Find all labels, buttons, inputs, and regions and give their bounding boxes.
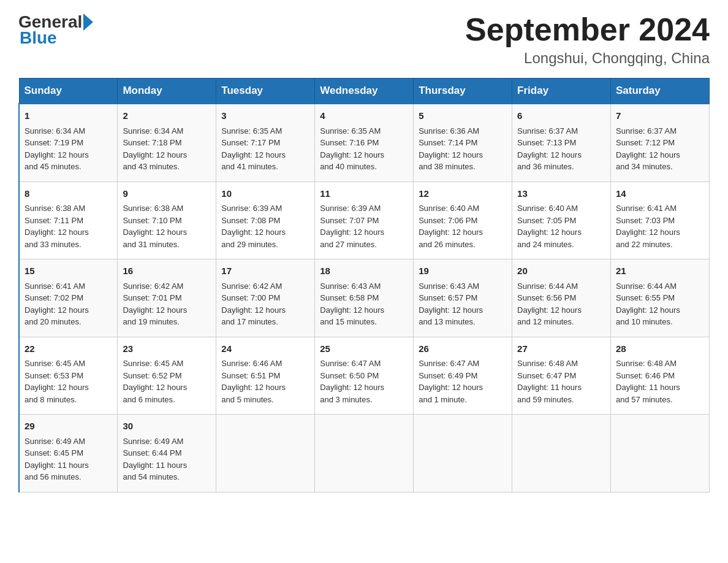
- calendar-cell: 11Sunrise: 6:39 AM Sunset: 7:07 PM Dayli…: [315, 182, 414, 259]
- day-info: Sunrise: 6:38 AM Sunset: 7:11 PM Dayligh…: [25, 202, 112, 250]
- day-number: 26: [419, 342, 507, 356]
- calendar-cell: 17Sunrise: 6:42 AM Sunset: 7:00 PM Dayli…: [216, 259, 315, 337]
- day-number: 29: [25, 419, 112, 434]
- day-info: Sunrise: 6:46 AM Sunset: 6:51 PM Dayligh…: [221, 358, 309, 405]
- day-info: Sunrise: 6:49 AM Sunset: 6:44 PM Dayligh…: [123, 435, 211, 483]
- day-number: 4: [320, 109, 408, 123]
- calendar-cell: 24Sunrise: 6:46 AM Sunset: 6:51 PM Dayli…: [216, 337, 315, 415]
- day-number: 16: [123, 264, 211, 278]
- day-number: 6: [517, 109, 605, 123]
- calendar-table: SundayMondayTuesdayWednesdayThursdayFrid…: [18, 78, 710, 492]
- calendar-cell: 7Sunrise: 6:37 AM Sunset: 7:12 PM Daylig…: [611, 104, 710, 182]
- day-number: 15: [25, 264, 112, 278]
- day-info: Sunrise: 6:39 AM Sunset: 7:08 PM Dayligh…: [221, 202, 309, 250]
- calendar-cell: 30Sunrise: 6:49 AM Sunset: 6:44 PM Dayli…: [118, 415, 216, 492]
- day-info: Sunrise: 6:44 AM Sunset: 6:56 PM Dayligh…: [517, 280, 605, 328]
- day-number: 24: [221, 342, 309, 356]
- day-number: 8: [25, 187, 112, 201]
- day-info: Sunrise: 6:37 AM Sunset: 7:12 PM Dayligh…: [616, 125, 704, 173]
- calendar-week-5: 29Sunrise: 6:49 AM Sunset: 6:45 PM Dayli…: [19, 415, 710, 492]
- calendar-cell: 27Sunrise: 6:48 AM Sunset: 6:47 PM Dayli…: [512, 337, 611, 415]
- day-number: 17: [221, 264, 309, 278]
- day-info: Sunrise: 6:42 AM Sunset: 7:01 PM Dayligh…: [123, 280, 211, 328]
- location-text: Longshui, Chongqing, China: [465, 50, 710, 67]
- calendar-cell: [512, 415, 611, 492]
- weekday-header-wednesday: Wednesday: [315, 79, 414, 104]
- calendar-cell: 20Sunrise: 6:44 AM Sunset: 6:56 PM Dayli…: [512, 259, 611, 337]
- day-info: Sunrise: 6:41 AM Sunset: 7:03 PM Dayligh…: [616, 202, 704, 250]
- calendar-cell: 8Sunrise: 6:38 AM Sunset: 7:11 PM Daylig…: [19, 182, 118, 259]
- title-block: September 2024 Longshui, Chongqing, Chin…: [465, 12, 710, 67]
- day-info: Sunrise: 6:40 AM Sunset: 7:05 PM Dayligh…: [517, 202, 605, 250]
- calendar-week-3: 15Sunrise: 6:41 AM Sunset: 7:02 PM Dayli…: [19, 259, 710, 337]
- calendar-cell: 9Sunrise: 6:38 AM Sunset: 7:10 PM Daylig…: [118, 182, 216, 259]
- day-info: Sunrise: 6:47 AM Sunset: 6:49 PM Dayligh…: [419, 358, 507, 405]
- page-header: General Blue September 2024 Longshui, Ch…: [18, 12, 710, 67]
- day-number: 18: [320, 264, 408, 278]
- day-number: 25: [320, 342, 408, 356]
- calendar-cell: 14Sunrise: 6:41 AM Sunset: 7:03 PM Dayli…: [611, 182, 710, 259]
- day-info: Sunrise: 6:47 AM Sunset: 6:50 PM Dayligh…: [320, 358, 408, 405]
- month-title: September 2024: [465, 12, 710, 47]
- day-number: 19: [419, 264, 507, 278]
- calendar-cell: 29Sunrise: 6:49 AM Sunset: 6:45 PM Dayli…: [19, 415, 118, 492]
- day-info: Sunrise: 6:36 AM Sunset: 7:14 PM Dayligh…: [419, 125, 507, 173]
- day-number: 1: [25, 109, 112, 123]
- calendar-cell: 2Sunrise: 6:34 AM Sunset: 7:18 PM Daylig…: [118, 104, 216, 182]
- calendar-cell: 1Sunrise: 6:34 AM Sunset: 7:19 PM Daylig…: [19, 104, 118, 182]
- calendar-cell: 6Sunrise: 6:37 AM Sunset: 7:13 PM Daylig…: [512, 104, 611, 182]
- calendar-cell: 4Sunrise: 6:35 AM Sunset: 7:16 PM Daylig…: [315, 104, 414, 182]
- day-number: 14: [616, 187, 704, 201]
- calendar-cell: [315, 415, 414, 492]
- logo-arrow-icon: [83, 13, 93, 31]
- day-info: Sunrise: 6:49 AM Sunset: 6:45 PM Dayligh…: [25, 435, 112, 483]
- calendar-cell: 16Sunrise: 6:42 AM Sunset: 7:01 PM Dayli…: [118, 259, 216, 337]
- day-number: 20: [517, 264, 605, 278]
- calendar-cell: 18Sunrise: 6:43 AM Sunset: 6:58 PM Dayli…: [315, 259, 414, 337]
- calendar-cell: 21Sunrise: 6:44 AM Sunset: 6:55 PM Dayli…: [611, 259, 710, 337]
- calendar-cell: 19Sunrise: 6:43 AM Sunset: 6:57 PM Dayli…: [414, 259, 512, 337]
- weekday-header-monday: Monday: [118, 79, 216, 104]
- day-number: 13: [517, 187, 605, 201]
- day-number: 30: [123, 419, 211, 434]
- day-info: Sunrise: 6:41 AM Sunset: 7:02 PM Dayligh…: [25, 280, 112, 328]
- day-number: 12: [419, 187, 507, 201]
- logo-blue-text: Blue: [20, 28, 57, 47]
- calendar-cell: 10Sunrise: 6:39 AM Sunset: 7:08 PM Dayli…: [216, 182, 315, 259]
- logo: General Blue: [18, 12, 94, 48]
- day-info: Sunrise: 6:39 AM Sunset: 7:07 PM Dayligh…: [320, 202, 408, 250]
- day-info: Sunrise: 6:42 AM Sunset: 7:00 PM Dayligh…: [221, 280, 309, 328]
- calendar-body: 1Sunrise: 6:34 AM Sunset: 7:19 PM Daylig…: [19, 104, 710, 492]
- day-number: 10: [221, 187, 309, 201]
- day-number: 7: [616, 109, 704, 123]
- day-number: 11: [320, 187, 408, 201]
- calendar-header: SundayMondayTuesdayWednesdayThursdayFrid…: [19, 79, 710, 104]
- day-number: 9: [123, 187, 211, 201]
- day-number: 2: [123, 109, 211, 123]
- weekday-header-tuesday: Tuesday: [216, 79, 315, 104]
- calendar-cell: 25Sunrise: 6:47 AM Sunset: 6:50 PM Dayli…: [315, 337, 414, 415]
- calendar-cell: 5Sunrise: 6:36 AM Sunset: 7:14 PM Daylig…: [414, 104, 512, 182]
- weekday-header-sunday: Sunday: [19, 79, 118, 104]
- calendar-week-2: 8Sunrise: 6:38 AM Sunset: 7:11 PM Daylig…: [19, 182, 710, 259]
- calendar-week-4: 22Sunrise: 6:45 AM Sunset: 6:53 PM Dayli…: [19, 337, 710, 415]
- calendar-week-1: 1Sunrise: 6:34 AM Sunset: 7:19 PM Daylig…: [19, 104, 710, 182]
- day-info: Sunrise: 6:43 AM Sunset: 6:58 PM Dayligh…: [320, 280, 408, 328]
- calendar-cell: 23Sunrise: 6:45 AM Sunset: 6:52 PM Dayli…: [118, 337, 216, 415]
- calendar-cell: 3Sunrise: 6:35 AM Sunset: 7:17 PM Daylig…: [216, 104, 315, 182]
- day-number: 5: [419, 109, 507, 123]
- calendar-cell: 13Sunrise: 6:40 AM Sunset: 7:05 PM Dayli…: [512, 182, 611, 259]
- day-info: Sunrise: 6:45 AM Sunset: 6:52 PM Dayligh…: [123, 358, 211, 405]
- day-number: 21: [616, 264, 704, 278]
- day-info: Sunrise: 6:43 AM Sunset: 6:57 PM Dayligh…: [419, 280, 507, 328]
- calendar-cell: 12Sunrise: 6:40 AM Sunset: 7:06 PM Dayli…: [414, 182, 512, 259]
- weekday-header-saturday: Saturday: [611, 79, 710, 104]
- weekday-header-row: SundayMondayTuesdayWednesdayThursdayFrid…: [19, 79, 710, 104]
- day-info: Sunrise: 6:34 AM Sunset: 7:19 PM Dayligh…: [25, 125, 112, 173]
- calendar-cell: [611, 415, 710, 492]
- day-info: Sunrise: 6:34 AM Sunset: 7:18 PM Dayligh…: [123, 125, 211, 173]
- day-number: 3: [221, 109, 309, 123]
- day-info: Sunrise: 6:48 AM Sunset: 6:47 PM Dayligh…: [517, 358, 605, 405]
- calendar-cell: 22Sunrise: 6:45 AM Sunset: 6:53 PM Dayli…: [19, 337, 118, 415]
- weekday-header-friday: Friday: [512, 79, 611, 104]
